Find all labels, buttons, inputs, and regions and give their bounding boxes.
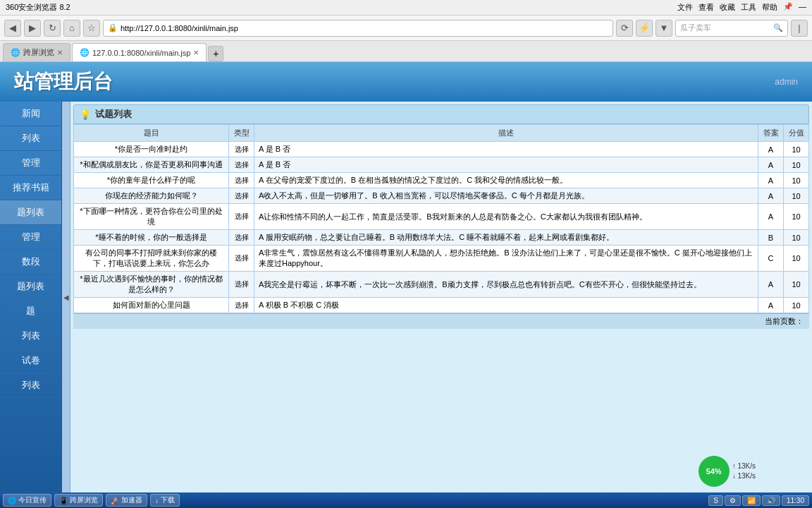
cell-answer: A [758,142,784,157]
home-button[interactable]: ⌂ [63,20,80,37]
refresh-btn2[interactable]: ⟳ [616,20,633,37]
sidebar-item-manage1[interactable]: 管理 [0,151,61,176]
address-bar[interactable]: 🔒 http://127.0.0.1:8080/xinli/main.jsp [103,20,613,37]
taskbar-today[interactable]: 🌐 今日宣传 [3,494,51,507]
cell-score: 10 [784,230,809,246]
cell-answer: A [758,173,784,188]
sidebar-item-list3[interactable]: 列表 [0,373,61,398]
page-title: 站管理后台 [14,68,113,95]
sidebar-item-question-list[interactable]: 题列表 [0,200,61,225]
sidebar-item-news[interactable]: 新闻 [0,102,61,126]
minimize-btn[interactable]: — [799,2,806,13]
tab-home[interactable]: 🌐 跨屏浏览 ✕ [3,43,70,61]
table-row: *你的童年是什么样子的呢 选择 A 在父母的宠爱下度过的。B 在相当孤独的情况之… [74,173,809,188]
tab-main-close[interactable]: ✕ [193,49,199,56]
cell-desc: A非常生气，震惊居然有这么不懂得尊重别人私隐的人，想办法拒绝她。B 没办法让他们… [254,246,758,272]
taskbar-download-label: 下载 [161,495,175,505]
table-row: *你是否一向准时赴约 选择 A 是 B 否 A 10 [74,142,809,157]
taskbar-sohu[interactable]: S [708,495,723,506]
lightning-btn[interactable]: ⚡ [636,20,653,37]
cell-question: *和配偶或朋友比，你是否更易和同事沟通 [74,157,229,173]
address-text: http://127.0.0.1:8080/xinli/main.jsp [121,24,238,32]
taskbar-today-icon: 🌐 [8,497,16,504]
sidebar-item-data[interactable]: 数段 [0,250,61,274]
browser-titlebar: 360安全浏览器 8.2 文件 查看 收藏 工具 帮助 📌 — [0,0,812,16]
section-icon: 💡 [80,109,91,120]
taskbar-settings[interactable]: ⚙ [725,495,741,506]
cell-answer: A [758,204,784,230]
col-answer: 答案 [758,125,784,142]
tab-main[interactable]: 🌐 127.0.0.1:8080/xinli/main.jsp ✕ [72,43,207,61]
taskbar-accel-label: 加速器 [121,495,142,505]
refresh-button[interactable]: ↻ [44,20,61,37]
taskbar-accel[interactable]: 🚀 加速器 [106,494,147,507]
sidebar-item-list2[interactable]: 列表 [0,324,61,349]
taskbar-accel-icon: 🚀 [111,497,119,504]
sidebar-item-manage2[interactable]: 管理 [0,225,61,250]
taskbar: 🌐 今日宣传 📱 跨屏浏览 🚀 加速器 ↓ 下载 S ⚙ 📶 🔊 11:30 [0,492,812,508]
current-page-label: 当前页数： [765,316,804,327]
taskbar-wifi[interactable]: 📶 [742,495,761,506]
expand-btn[interactable]: ▼ [656,20,672,37]
table-row: *最近几次遇到不愉快的事时，你的情况都是怎么样的？ 选择 A我完全是行霉运，坏事… [74,272,809,298]
cell-answer: A [758,157,784,173]
sidebar-item-list1[interactable]: 列表 [0,126,61,151]
back-button[interactable]: ◀ [4,20,21,37]
menu-tools[interactable]: 工具 [741,2,756,13]
speed-info: ↑ 13K/s ↓ 13K/s [732,461,756,481]
taskbar-sound[interactable]: 🔊 [762,495,780,506]
taskbar-download[interactable]: ↓ 下载 [150,494,180,507]
cell-type: 选择 [229,272,254,298]
browser-title: 360安全浏览器 8.2 [6,2,70,13]
sidebar: 新闻 列表 管理 推荐书籍 题列表 管理 数段 题列表 题 列表 试卷 列表 [0,102,62,492]
tab-add-button[interactable]: + [208,46,223,61]
cell-question: *你是否一向准时赴约 [74,142,229,157]
ssl-icon: 🔒 [108,23,118,32]
cell-type: 选择 [229,157,254,173]
cell-score: 10 [784,246,809,272]
section-header: 💡 试题列表 [73,104,809,124]
cell-answer: C [758,246,784,272]
table-row: 有公司的同事不打招呼就来到你家的楼下，打电话说要上来玩，你怎么办 选择 A非常生… [74,246,809,272]
sidebar-item-question-list2[interactable]: 题列表 [0,274,61,299]
col-type: 类型 [229,125,254,142]
forward-button[interactable]: ▶ [24,20,41,37]
tab-home-label: 跨屏浏览 [23,47,54,58]
bookmark-button[interactable]: ☆ [83,20,100,37]
search-bar[interactable]: 瓜子卖车 🔍 [675,20,788,37]
menu-find[interactable]: 查看 [699,2,714,13]
sidebar-item-test[interactable]: 试卷 [0,349,61,373]
cell-desc: A 积极 B 不积极 C 消极 [254,298,758,313]
cell-question: 如何面对新的心里问题 [74,298,229,313]
col-question: 题目 [74,125,229,142]
search-btn[interactable]: | [791,20,808,37]
col-score: 分值 [784,125,809,142]
sidebar-toggle[interactable]: ◀ [62,102,70,492]
col-desc: 描述 [254,125,758,142]
speed-circle: 54% [699,456,730,487]
menu-collect[interactable]: 收藏 [720,2,735,13]
cell-question: *下面哪一种情况，更符合你在公司里的处境 [74,204,229,230]
admin-label: admin [775,77,798,87]
cell-question: 有公司的同事不打招呼就来到你家的楼下，打电话说要上来玩，你怎么办 [74,246,229,272]
cell-type: 选择 [229,298,254,313]
cell-score: 10 [784,188,809,204]
sidebar-item-question[interactable]: 题 [0,299,61,324]
taskbar-screen[interactable]: 📱 跨屏浏览 [54,494,103,507]
cell-type: 选择 [229,188,254,204]
cell-question: *你的童年是什么样子的呢 [74,173,229,188]
menu-help[interactable]: 帮助 [762,2,777,13]
menu-text[interactable]: 文件 [677,2,693,13]
table-body: *你是否一向准时赴约 选择 A 是 B 否 A 10 *和配偶或朋友比，你是否更… [74,142,809,313]
sidebar-item-books[interactable]: 推荐书籍 [0,176,61,200]
taskbar-time: 11:30 [782,495,809,506]
pin-icon[interactable]: 📌 [783,2,793,13]
content-area: 💡 试题列表 题目 类型 描述 答案 分值 *你是否一向准时赴约 选择 A 是 … [70,102,812,492]
cell-score: 10 [784,157,809,173]
cell-score: 10 [784,272,809,298]
tab-home-close[interactable]: ✕ [57,49,63,56]
search-icon[interactable]: 🔍 [773,23,783,32]
tab-main-label: 127.0.0.1:8080/xinli/main.jsp [92,49,190,57]
cell-type: 选择 [229,230,254,246]
cell-answer: A [758,188,784,204]
